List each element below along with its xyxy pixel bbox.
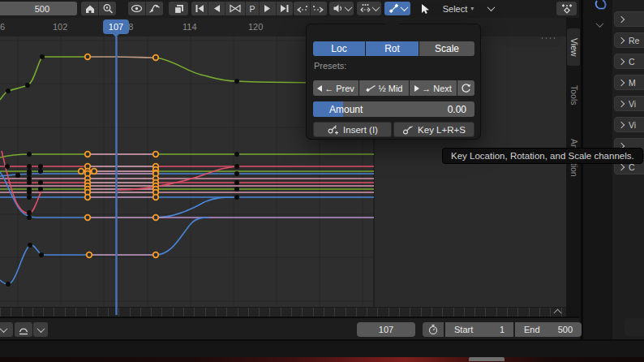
graph-canvas[interactable] [0,37,566,317]
tab-tools-label: Tools [569,85,579,106]
normalize-curves-button[interactable] [146,2,163,15]
end-frame-field-footer[interactable]: End 500 [515,322,582,337]
refresh-icon [461,83,471,93]
chevron-right-icon [618,163,625,170]
ruler-frame-label: 102 [53,22,67,32]
jump-start-icon [194,3,205,14]
chevron-down-icon [400,3,408,11]
end-field-value: 500 [35,4,49,14]
offset-right-button[interactable] [311,2,327,15]
channel-toggle-loc[interactable]: Loc [313,41,365,56]
play-reverse-icon [212,3,221,14]
current-frame-marker[interactable]: 107 [103,19,129,34]
sound-toggle-button[interactable] [329,2,354,15]
pause-p-button[interactable]: P [246,2,259,15]
chevron-down-icon [0,325,7,333]
insert-keyframe-button[interactable]: Insert (I) [313,122,392,137]
use-preview-range-button[interactable] [423,322,444,337]
zoom-region-icon [102,3,114,15]
chevron-down-icon [36,325,45,333]
select-menu[interactable]: Select ▾ [433,2,483,15]
graph-canvas-area[interactable] [0,37,566,317]
keying-icon [389,3,399,14]
zoom-region-button[interactable] [99,2,116,15]
keying-popover: Loc Rot Scale Presets: ← Prev ½ Mid → Ne… [306,24,481,140]
amount-label: Amount [329,104,363,115]
preset-refresh-button[interactable] [457,80,474,96]
jump-end-icon [279,3,290,14]
play-button[interactable] [260,2,276,15]
chevron-down-icon [344,3,352,11]
tooltip: Key Location, Rotation, and Scale channe… [442,148,643,164]
channel-rot-label: Rot [384,43,400,54]
select-tool-cursor [417,2,433,15]
blender-window: nd 500 [0,0,644,362]
filter-keyframes-button[interactable] [556,2,577,15]
preset-mid-button[interactable]: ½ Mid [359,80,409,96]
playback-loop-button[interactable] [225,2,245,15]
tab-view[interactable]: View [567,28,580,66]
start-frame-field[interactable]: Start 1 [445,322,513,337]
preset-prev-button[interactable]: ← Prev [313,80,358,96]
jump-to-start-button[interactable] [191,2,208,15]
falloff-dropdown[interactable] [33,322,48,337]
chevron-up-icon [554,309,562,317]
collapsed-panel-label: C [629,57,635,67]
falloff-smooth-icon [17,324,30,336]
filter-keyframes-icon [560,3,573,15]
amount-slider[interactable]: Amount 0.00 [313,101,474,117]
view-home-button[interactable] [81,2,98,15]
expand-region-chevron[interactable] [555,308,560,317]
collapsed-panel[interactable]: C [614,54,644,69]
collapsed-panel[interactable] [614,11,644,27]
proportional-editing-button[interactable] [357,2,381,15]
ruler-frame-label: 114 [182,22,197,32]
keyframe-mid-icon [366,84,376,93]
triangle-left-icon [317,85,322,92]
collapsed-panel-label: Vi [629,99,636,109]
copy-keyframes-button[interactable] [169,2,188,15]
show-hide-button[interactable] [128,2,145,15]
collapsed-panel[interactable]: Vi [614,117,644,132]
cursor-icon [420,3,430,15]
channel-toggle-scale[interactable]: Scale [419,41,474,56]
play-reverse-button[interactable] [208,2,225,15]
collapsed-panel[interactable]: M [614,75,644,90]
collapsed-panel[interactable]: Vi [614,96,644,111]
select-mode-dropdown[interactable] [483,2,498,15]
chevron-right-icon [618,79,625,85]
playback-loop-icon [228,3,243,14]
channel-toggle-rot[interactable]: Rot [366,41,419,56]
collapsed-panel-label: Vi [629,120,636,130]
fcurve-icon [148,3,161,14]
home-icon [84,3,96,15]
tooltip-text: Key Location, Rotation, and Scale channe… [451,151,634,161]
end-frame-label: End [524,325,540,334]
chevron-down-icon [596,19,604,28]
key-lrs-button[interactable]: Key L+R+S [393,122,474,137]
ruler-frame-label: 120 [248,22,263,32]
tab-tools[interactable]: Tools [567,75,580,115]
timeline-ruler[interactable]: 6 102 108 114 120 107 [0,18,566,37]
end-frame-field[interactable]: nd 500 [0,2,77,15]
footer-cut-dropdown[interactable] [0,322,13,337]
preset-next-button[interactable]: → Next [410,80,457,96]
keying-popover-button[interactable] [384,2,410,15]
popover-notch [384,17,399,24]
channel-scale-label: Scale [435,43,459,54]
tab-view-label: View [569,38,579,57]
sidebar-tab-strip: View Tools Animation [566,18,581,339]
key-insert-icon [327,123,339,136]
falloff-smooth-button[interactable] [15,322,32,337]
chevron-right-icon [618,121,625,127]
current-frame-field[interactable]: 107 [357,322,415,337]
collapsed-panel[interactable]: Re [614,32,644,48]
jump-to-end-button[interactable] [277,2,293,15]
bottom-gray-chip [469,357,504,361]
stopwatch-icon [427,324,439,335]
header-collapse-dropdown[interactable] [597,19,603,29]
offset-left-button[interactable] [294,2,310,15]
presets-label: Presets: [314,61,346,71]
preset-prev-label: ← Prev [324,84,354,93]
select-menu-label: Select [443,4,468,14]
